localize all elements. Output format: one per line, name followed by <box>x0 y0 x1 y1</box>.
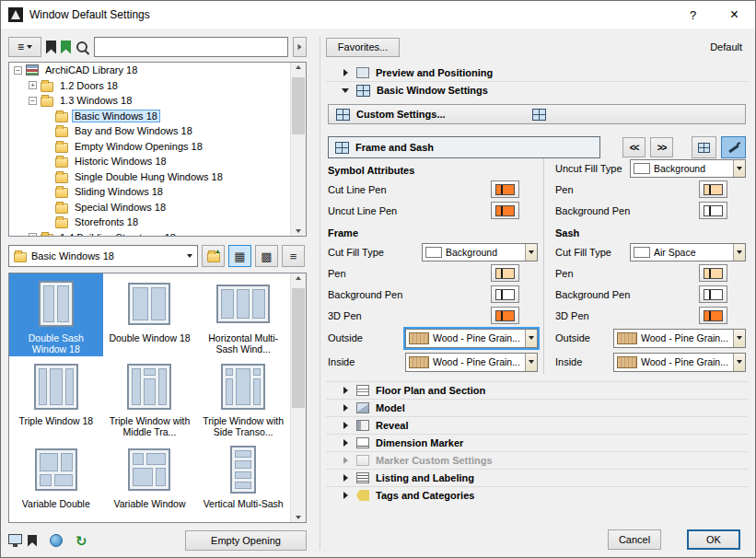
thumbnail-vertical-multi-sash[interactable]: Vertical Multi-Sash <box>196 439 290 522</box>
uncut-pen-button[interactable] <box>699 180 727 198</box>
up-one-level-button[interactable]: ▲ <box>202 245 225 267</box>
dropdown-arrow-button[interactable] <box>733 160 745 177</box>
window-arrow-icon <box>698 143 710 153</box>
uncut-fill-type-dropdown[interactable]: Background <box>630 159 746 178</box>
custom-settings-button[interactable]: Custom Settings... <box>328 104 746 124</box>
scroll-down-icon[interactable] <box>296 516 301 519</box>
dropdown-arrow-button[interactable] <box>733 330 745 347</box>
dropdown-arrow-button[interactable] <box>525 244 537 261</box>
expand-icon[interactable]: + <box>29 233 37 236</box>
tree-scrollbar[interactable] <box>290 63 306 236</box>
section-tags-and-categories[interactable]: Tags and Categories <box>326 486 748 504</box>
view-list-button[interactable]: ≡ <box>282 245 305 267</box>
scroll-down-icon[interactable] <box>296 229 301 233</box>
search-input[interactable] <box>94 37 288 57</box>
sash-3d-pen-button[interactable] <box>699 307 727 324</box>
ok-button[interactable]: OK <box>687 529 740 550</box>
sash-cut-fill-type-dropdown[interactable]: Air Space <box>630 243 746 262</box>
archicad-app-icon <box>8 7 23 22</box>
frame-inside-label: Inside <box>328 356 355 367</box>
tree-item-doors[interactable]: + 1.2 Doors 18 <box>9 78 290 94</box>
scroll-up-icon[interactable] <box>296 65 301 69</box>
tree-item-windows[interactable]: − 1.3 Windows 18 <box>9 93 290 109</box>
dropdown-arrow-button[interactable] <box>525 330 537 347</box>
sash-pen-button[interactable] <box>699 264 727 282</box>
dropdown-arrow-button[interactable] <box>733 244 745 261</box>
section-dimension-marker[interactable]: Dimension Marker <box>326 434 748 451</box>
section-basic-window-settings[interactable]: Basic Window Settings <box>326 81 748 99</box>
tree-item-historic-windows[interactable]: Historic Windows 18 <box>9 154 290 169</box>
web-library-icon[interactable] <box>50 534 63 547</box>
library-refresh-icon[interactable]: ↻ <box>76 534 87 548</box>
previous-panel-button[interactable]: << <box>622 137 646 157</box>
thumbnail-variable-double[interactable]: Variable Double <box>9 439 103 522</box>
tree-item-sliding-windows[interactable]: Sliding Windows 18 <box>9 184 290 200</box>
tree-item-special-windows[interactable]: Special Windows 18 <box>9 200 290 215</box>
frame-pen-button[interactable] <box>491 264 519 282</box>
frame-outside-material-dropdown[interactable]: Wood - Pine Grain... <box>405 329 538 348</box>
thumbnail-scrollbar[interactable] <box>290 273 306 522</box>
frame-background-pen-button[interactable] <box>491 285 519 303</box>
thumbnail-double-window[interactable]: Double Window 18 <box>103 273 197 356</box>
sash-inside-material-dropdown[interactable]: Wood - Pine Grain... <box>613 353 746 372</box>
frame-inside-material-dropdown[interactable]: Wood - Pine Grain... <box>405 353 538 372</box>
current-folder-dropdown[interactable]: Basic Windows 18 <box>8 245 198 267</box>
thumbnail-horizontal-multi-sash-window[interactable]: Horizontal Multi-Sash Wind... <box>196 273 290 356</box>
sash-background-pen-button[interactable] <box>699 285 727 303</box>
thumbnail-triple-window-middle-transom[interactable]: Triple Window with Middle Tra... <box>103 356 197 439</box>
section-listing-and-labeling[interactable]: Listing and Labeling <box>326 469 748 486</box>
library-toolbar: ≡ <box>8 36 307 58</box>
tree-item-single-double-hung-windows[interactable]: Single Double Hung Windows 18 <box>9 169 290 185</box>
scrollbar-thumb[interactable] <box>292 77 305 134</box>
pick-up-parameters-button[interactable] <box>721 136 746 158</box>
small-icons-icon: ▩ <box>261 250 272 262</box>
cancel-button[interactable]: Cancel <box>608 529 661 550</box>
dropdown-arrow-button[interactable] <box>733 354 745 371</box>
tree-item-empty-window-openings[interactable]: Empty Window Openings 18 <box>9 139 290 155</box>
tree-item-archicad-library[interactable]: − ArchiCAD Library 18 <box>9 63 290 78</box>
uncut-background-pen-button[interactable] <box>699 202 727 219</box>
section-reveal[interactable]: Reveal <box>326 416 748 434</box>
thumbnail-double-sash-window[interactable]: Double Sash Window 18 <box>9 273 103 356</box>
close-button[interactable]: × <box>714 1 755 29</box>
bookmark-green-icon[interactable] <box>61 41 71 54</box>
collapse-icon[interactable]: − <box>29 97 37 105</box>
uncut-line-pen-button[interactable] <box>491 202 519 219</box>
dropdown-arrow-button[interactable] <box>525 354 537 371</box>
section-model[interactable]: Model <box>326 399 748 416</box>
view-large-icons-button[interactable]: ▦ <box>228 245 251 267</box>
collapse-icon[interactable]: − <box>14 66 22 75</box>
thumbnail-triple-window[interactable]: Triple Window 18 <box>9 356 103 439</box>
search-icon <box>76 41 89 54</box>
frame-and-sash-selector[interactable]: Frame and Sash <box>328 136 600 158</box>
interface-settings-icon[interactable] <box>8 534 22 544</box>
section-floor-plan-and-section[interactable]: Floor Plan and Section <box>326 381 748 399</box>
view-small-icons-button[interactable]: ▩ <box>255 245 278 267</box>
scrollbar-thumb[interactable] <box>292 288 305 408</box>
expand-icon[interactable]: + <box>29 81 37 89</box>
thumbnail-triple-window-side-transoms[interactable]: Triple Window with Side Transo... <box>196 356 290 439</box>
scroll-up-icon[interactable] <box>296 276 301 280</box>
frame-outside-label: Outside <box>328 332 363 343</box>
bookmark-black-icon[interactable] <box>46 41 56 54</box>
tree-item-building-structures[interactable]: + 1.4 Building Structures 18 <box>9 230 290 237</box>
tree-item-basic-windows[interactable]: Basic Windows 18 <box>9 109 290 124</box>
help-button[interactable]: ? <box>672 1 714 29</box>
transfer-settings-button[interactable] <box>692 136 716 158</box>
pen-color-swatch <box>495 310 515 321</box>
sash-outside-material-dropdown[interactable]: Wood - Pine Grain... <box>613 329 746 348</box>
next-panel-button[interactable]: >> <box>650 137 673 157</box>
empty-opening-button[interactable]: Empty Opening <box>185 530 307 551</box>
frame-3d-pen-button[interactable] <box>491 307 519 324</box>
thumbnail-variable-window[interactable]: Variable Window <box>103 439 197 522</box>
cut-line-pen-button[interactable] <box>491 180 519 198</box>
panel-selector-row: Frame and Sash << >> <box>328 136 746 158</box>
tree-item-bay-and-bow-windows[interactable]: Bay and Bow Windows 18 <box>9 123 290 139</box>
frame-cut-fill-type-dropdown[interactable]: Background <box>422 243 538 262</box>
section-preview-and-positioning[interactable]: Preview and Positioning <box>326 64 748 81</box>
tree-item-storefronts[interactable]: Storefronts 18 <box>9 215 290 230</box>
search-forward-button[interactable] <box>293 37 307 57</box>
add-bookmark-icon[interactable] <box>28 535 37 547</box>
favorites-button[interactable]: Favorites... <box>326 38 400 57</box>
view-options-button[interactable]: ≡ <box>8 37 41 57</box>
